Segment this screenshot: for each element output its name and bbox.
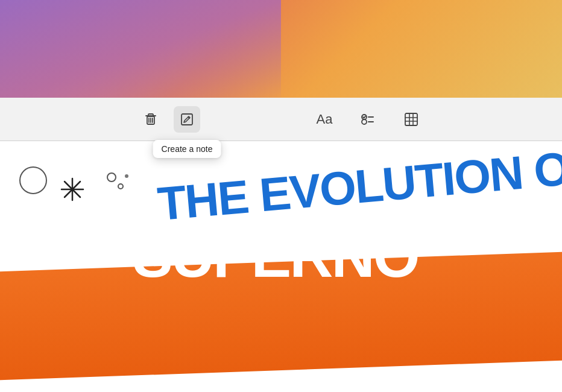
svg-point-20 — [107, 173, 116, 182]
table-icon — [403, 111, 420, 128]
svg-point-15 — [20, 167, 46, 194]
create-note-button[interactable]: Create a note — [174, 106, 200, 133]
font-icon: Aa — [317, 112, 333, 127]
svg-point-21 — [118, 184, 123, 189]
checklist-button[interactable] — [355, 106, 381, 133]
checklist-icon — [359, 111, 376, 128]
table-button[interactable] — [398, 106, 425, 133]
background-gradient — [0, 0, 562, 103]
delete-button[interactable] — [137, 106, 164, 133]
svg-point-8 — [362, 119, 367, 124]
content-area: THE EVOLUTION OF M SUPERNO — [0, 141, 562, 392]
compose-icon — [178, 111, 195, 128]
toolbar: Create a note Aa — [0, 98, 562, 141]
evolution-text: THE EVOLUTION OF M — [156, 141, 562, 227]
svg-point-22 — [125, 174, 128, 178]
trash-icon — [142, 111, 159, 128]
svg-rect-10 — [405, 113, 417, 125]
font-button[interactable]: Aa — [311, 106, 338, 133]
supernova-text: SUPERNO — [133, 226, 418, 286]
toolbar-right-group: Aa — [311, 106, 425, 133]
svg-rect-4 — [182, 114, 192, 125]
toolbar-left-group: Create a note — [137, 106, 200, 133]
